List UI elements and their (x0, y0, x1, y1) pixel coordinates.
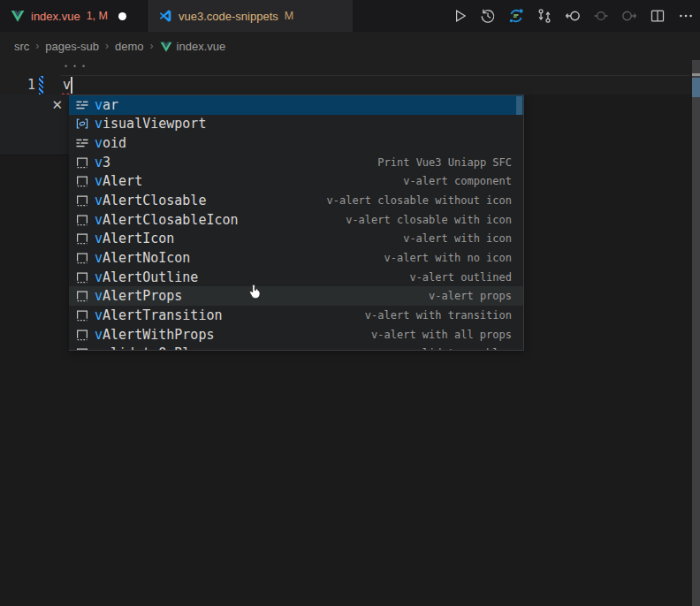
breadcrumb-item-src[interactable]: src (14, 40, 29, 53)
breadcrumb-item-demo[interactable]: demo (115, 40, 144, 53)
suggestion-detail: Print Vue3 Uniapp SFC (377, 156, 523, 169)
symbol-snippet-icon (75, 231, 89, 246)
tab-title: index.vue (31, 10, 80, 23)
current-change-icon[interactable] (592, 8, 609, 25)
tab-index-vue[interactable]: index.vue 1, M (0, 0, 147, 32)
suggestion-label: vAlertClosable (95, 193, 206, 208)
suggestion-label: visualViewport (95, 116, 206, 132)
symbol-snippet-icon (75, 328, 89, 342)
suggestion-item[interactable]: var (69, 95, 523, 115)
unsaved-dot-icon[interactable] (118, 12, 126, 20)
suggestion-detail: v-alert with all props (371, 329, 523, 341)
suggestion-label: vAlertTransition (95, 307, 223, 323)
editor-code-area[interactable] (0, 60, 692, 95)
breadcrumb-file-label: index.vue (177, 40, 226, 53)
tab-title: vue3.code-snippets (179, 10, 278, 23)
suggestion-label: vAlertOutline (95, 269, 198, 285)
breadcrumb-separator-icon: › (105, 40, 109, 52)
suggestion-detail: v-alert with no icon (384, 252, 524, 264)
suggestion-label: validateOnBlur (95, 345, 206, 351)
suggestion-detail: v-alert outlined (409, 271, 523, 284)
editor-scrollbar[interactable] (692, 60, 700, 606)
previous-change-icon[interactable] (564, 8, 581, 25)
breadcrumb-separator-icon: › (150, 40, 154, 52)
suggestion-label: vAlertIcon (95, 231, 174, 246)
suggestion-item[interactable]: vAlertNoIconv-alert with no icon (69, 248, 523, 268)
vscode-window: index.vue 1, M vue3.code-snippets M (0, 0, 700, 606)
vscode-logo-icon (158, 9, 172, 23)
suggestion-item[interactable]: vAlertIconv-alert with icon (69, 229, 523, 248)
editor-toolbar (451, 0, 694, 32)
tab-modified-badge: M (285, 10, 293, 22)
symbol-snippet-icon (75, 251, 89, 265)
symbol-snippet-icon (75, 346, 89, 351)
next-change-icon[interactable] (620, 8, 637, 25)
suggestion-label: vAlert (95, 173, 142, 189)
compare-changes-icon[interactable] (536, 8, 552, 25)
suggestion-item[interactable]: validateOnBlurvalidate-on-blur (69, 344, 523, 351)
sync-extension-icon[interactable] (507, 8, 524, 25)
suggestion-item[interactable]: vAlertClosablev-alert closable without i… (69, 191, 523, 210)
suggestion-label: vAlertClosableIcon (95, 212, 239, 228)
code-line-text[interactable]: v (63, 77, 71, 93)
suggestion-detail: v-alert closable without icon (326, 194, 523, 207)
suggestion-list: var visualViewport void v3Print Vue3 Uni… (69, 95, 523, 351)
suggestion-detail: v-alert with icon (403, 232, 523, 245)
breadcrumb-item-index-vue[interactable]: index.vue (160, 40, 226, 53)
tab-vue3-code-snippets[interactable]: vue3.code-snippets M (147, 0, 353, 32)
run-button[interactable] (451, 8, 468, 25)
breadcrumb-separator-icon: › (35, 40, 39, 52)
breadcrumb-item-pages-sub[interactable]: pages-sub (45, 40, 99, 53)
split-editor-icon[interactable] (649, 8, 666, 25)
suggestion-item[interactable]: void (69, 133, 523, 153)
symbol-keyword-icon (75, 98, 89, 112)
overview-ruler-modified-marker (692, 78, 700, 97)
suggestion-detail: v-alert closable with icon (346, 214, 523, 226)
overview-ruler-mark (692, 73, 700, 76)
breadcrumb: src › pages-sub › demo › index.vue (0, 32, 700, 60)
suggestion-item[interactable]: vAlertClosableIconv-alert closable with … (69, 210, 523, 230)
suggestion-detail: v-alert component (403, 175, 523, 187)
folded-code-hint[interactable]: ··· (62, 58, 88, 75)
symbol-snippet-icon (75, 174, 89, 188)
symbol-snippet-icon (75, 193, 89, 208)
suggestion-item[interactable]: v3Print Vue3 Uniapp SFC (69, 153, 523, 172)
suggestion-label: vAlertProps (95, 288, 182, 304)
history-icon[interactable] (479, 8, 496, 25)
suggestion-label: vAlertWithProps (95, 327, 214, 343)
vue-logo-icon (11, 9, 25, 23)
suggestion-item[interactable]: vAlertOutlinev-alert outlined (69, 268, 523, 287)
suggestion-label: vAlertNoIcon (95, 250, 190, 266)
line-number: 1 (19, 77, 35, 93)
suggestion-label: void (95, 135, 126, 151)
symbol-keyword-icon (75, 136, 89, 150)
suggestion-label: v3 (95, 155, 110, 170)
suggestion-item[interactable]: vAlertWithPropsv-alert with all props (69, 325, 523, 345)
symbol-snippet-icon (75, 308, 89, 322)
suggestion-label: var (95, 97, 118, 113)
tab-bar: index.vue 1, M vue3.code-snippets M (0, 0, 700, 32)
suggest-widget: var visualViewport void v3Print Vue3 Uni… (69, 95, 524, 351)
suggestion-detail: v-alert props (429, 290, 523, 302)
suggestion-item[interactable]: vAlertPropsv-alert props (69, 286, 523, 306)
suggestion-item[interactable]: visualViewport (69, 115, 523, 134)
suggestion-item[interactable]: vAlertTransitionv-alert with transition (69, 306, 523, 325)
vue-logo-icon (160, 41, 172, 53)
symbol-snippet-icon (75, 270, 89, 284)
current-line-border (60, 75, 690, 76)
symbol-snippet-icon (75, 213, 89, 227)
suggest-scrollbar-thumb[interactable] (516, 96, 522, 115)
suggestion-item[interactable]: vAlertv-alert component (69, 172, 523, 192)
symbol-snippet-icon (75, 155, 89, 170)
suggestion-detail: validate-on-blur (409, 347, 523, 351)
git-modified-gutter-icon[interactable] (39, 76, 43, 95)
suggest-docs-panel: ✕ (0, 95, 69, 155)
suggestion-detail: v-alert with transition (365, 309, 523, 322)
symbol-variable-icon (75, 117, 89, 131)
more-actions-icon[interactable] (677, 8, 694, 25)
close-icon[interactable]: ✕ (51, 99, 63, 112)
tab-problems-badge: 1, M (87, 10, 108, 22)
symbol-snippet-icon (75, 289, 89, 303)
